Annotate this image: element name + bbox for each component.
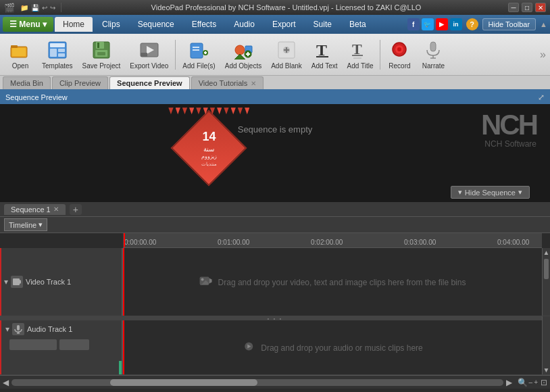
- timeline-dropdown[interactable]: Timeline ▾: [4, 218, 47, 231]
- tab-export[interactable]: Export: [264, 17, 304, 32]
- narrate-label: Narrate: [422, 62, 445, 70]
- tab-home[interactable]: Home: [55, 17, 93, 32]
- ruler-mark-1: 0:01:00.00: [218, 239, 249, 246]
- narrate-button[interactable]: Narrate: [417, 36, 449, 73]
- sequence-tab[interactable]: Sequence 1 ✕: [4, 204, 66, 215]
- add-blank-button[interactable]: Add Blank: [267, 36, 306, 73]
- youtube-icon[interactable]: ▶: [436, 18, 448, 30]
- tab-audio[interactable]: Audio: [226, 17, 263, 32]
- record-button[interactable]: Record: [383, 36, 416, 73]
- nch-subtitle: NCH Software: [481, 139, 536, 149]
- svg-rect-10: [97, 43, 99, 48]
- zoom-fit-button[interactable]: ⊡: [541, 378, 547, 387]
- bottom-scrollbar: ◀ ▶ 🔍 – + ⊡: [0, 375, 550, 389]
- svg-rect-4: [50, 43, 65, 47]
- sequence-empty-text: Sequence is empty: [238, 124, 313, 134]
- audio-track-expand[interactable]: ▾: [5, 324, 9, 334]
- titlebar: 🎬 📁 💾 ↩ ↪ VideoPad Professional by NCH S…: [0, 0, 550, 15]
- add-title-button[interactable]: T Add Title: [343, 36, 378, 73]
- add-title-icon: T: [349, 39, 371, 61]
- add-objects-icon: [232, 39, 254, 61]
- hide-sequence-label: Hide Sequence: [465, 189, 516, 197]
- video-drop-icon: [199, 275, 213, 289]
- add-text-button[interactable]: T Add Text: [307, 36, 342, 73]
- facebook-icon[interactable]: f: [407, 18, 420, 30]
- svg-point-46: [201, 278, 204, 281]
- scroll-right-button[interactable]: ▶: [506, 378, 512, 387]
- svg-rect-9: [96, 42, 104, 49]
- video-track-content[interactable]: Drag and drop your video, text and image…: [123, 248, 542, 316]
- svg-rect-5: [50, 49, 57, 57]
- track-container: ▲ ▼ ▾ Video Track 1: [0, 248, 550, 375]
- linkedin-icon[interactable]: in: [450, 18, 462, 30]
- add-title-label: Add Title: [347, 62, 374, 70]
- add-objects-button[interactable]: Add Objects: [221, 36, 266, 73]
- minimize-button[interactable]: ─: [508, 3, 519, 12]
- hide-sequence-button[interactable]: ▾ Hide Sequence ▾: [451, 186, 530, 199]
- zoom-plus[interactable]: +: [534, 378, 538, 386]
- video-track-row: ▾ Video Track 1: [0, 248, 550, 316]
- audio-controls: [4, 337, 92, 353]
- audio-block-1: [9, 339, 57, 350]
- audio-track-header: ▾ Audio Track 1: [0, 320, 123, 374]
- video-track-expand[interactable]: ▾: [4, 277, 8, 287]
- zoom-out-button[interactable]: 🔍: [518, 378, 528, 387]
- timeline-dropdown-arrow: ▾: [39, 220, 43, 229]
- svg-marker-44: [20, 280, 21, 284]
- svg-rect-15: [141, 53, 147, 57]
- save-icon: [91, 39, 112, 61]
- audio-drop-text: Drag and drop your audio or music clips …: [242, 341, 422, 355]
- twitter-icon[interactable]: 🐦: [422, 18, 434, 30]
- ruler-mark-4: 0:04:00.00: [497, 239, 529, 246]
- tab-video-tutorials[interactable]: Video Tutorials ✕: [191, 76, 264, 89]
- sequence-tab-close[interactable]: ✕: [53, 205, 59, 213]
- timeline-controls: Timeline ▾: [0, 217, 550, 233]
- scroll-track[interactable]: [11, 379, 503, 386]
- preview-area: Sequence is empty 14: [0, 104, 550, 202]
- tab-clips[interactable]: Clips: [94, 17, 128, 32]
- nch-logo: NCH NCH Software: [481, 111, 536, 149]
- open-button[interactable]: Open: [4, 36, 36, 73]
- tab-media-bin[interactable]: Media Bin: [3, 76, 51, 89]
- tab-sequence[interactable]: Sequence: [130, 17, 182, 32]
- export-video-button[interactable]: Export Video: [126, 36, 172, 73]
- tab-clip-preview[interactable]: Clip Preview: [52, 76, 108, 89]
- help-button[interactable]: ?: [466, 18, 478, 30]
- tab-effects[interactable]: Effects: [184, 17, 224, 32]
- add-file-button[interactable]: Add File(s): [178, 36, 219, 73]
- preview-title-text: Sequence Preview: [5, 93, 68, 101]
- maximize-button[interactable]: □: [522, 3, 532, 12]
- save-project-button[interactable]: Save Project: [78, 36, 125, 73]
- tab-beta[interactable]: Beta: [341, 17, 374, 32]
- narrate-icon: [422, 39, 444, 61]
- tab-sequence-preview[interactable]: Sequence Preview: [109, 76, 190, 89]
- menu-button[interactable]: ☰ Menu ▾: [3, 17, 53, 32]
- templates-icon: [47, 39, 68, 61]
- open-icon: [9, 39, 31, 61]
- audio-track-name: Audio Track 1: [27, 325, 72, 333]
- close-button[interactable]: ✕: [535, 3, 546, 12]
- hide-toolbar-button[interactable]: Hide Toolbar: [482, 18, 536, 30]
- tab-suite[interactable]: Suite: [305, 17, 340, 32]
- zoom-controls: 🔍 – + ⊡: [518, 378, 547, 387]
- svg-marker-48: [209, 278, 212, 284]
- audio-track-content[interactable]: Drag and drop your audio or music clips …: [123, 320, 542, 374]
- zoom-minus[interactable]: –: [529, 378, 533, 386]
- templates-button[interactable]: Templates: [38, 36, 77, 73]
- toolbar: Open Templates Save Project: [0, 34, 550, 76]
- menubar: ☰ Menu ▾ Home Clips Sequence Effects Aud…: [0, 15, 550, 34]
- scroll-thumb[interactable]: [110, 379, 257, 386]
- add-file-icon: [189, 39, 210, 61]
- toolbar-more-button[interactable]: »: [540, 49, 546, 61]
- svg-rect-12: [97, 52, 105, 55]
- scroll-left-button[interactable]: ◀: [3, 378, 9, 387]
- collapse-arrow[interactable]: ▲: [540, 20, 547, 28]
- add-sequence-button[interactable]: +: [70, 204, 82, 215]
- tab-video-tutorials-close[interactable]: ✕: [251, 80, 256, 87]
- fullscreen-button[interactable]: ⤢: [538, 93, 545, 102]
- audio-track-icon: [12, 323, 24, 335]
- video-track-name: Video Track 1: [26, 278, 71, 286]
- svg-rect-40: [430, 42, 436, 51]
- sep2: [380, 40, 380, 70]
- export-video-label: Export Video: [130, 62, 168, 70]
